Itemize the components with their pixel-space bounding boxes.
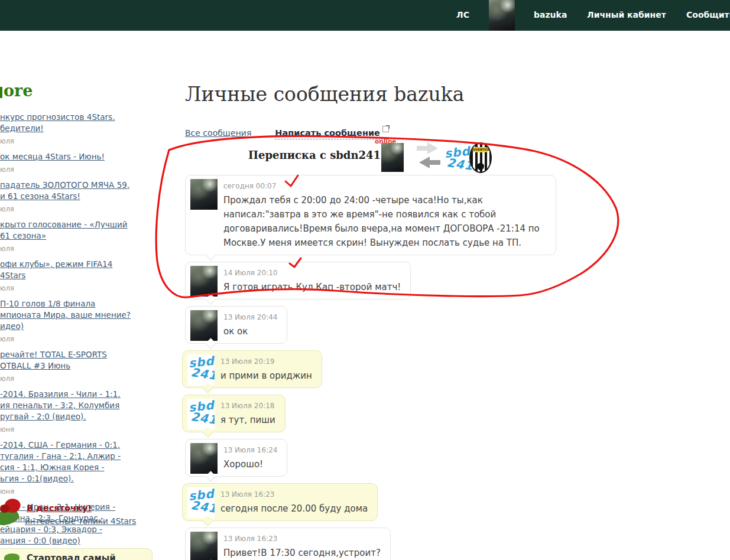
message-bubble: 13 Июля 16:24 Хорошо!	[185, 439, 287, 477]
news-sidebar: ore нкурс прогнозистов 4Stars. бедители!…	[0, 82, 153, 560]
top10-title-link[interactable]: В десяточку!	[27, 503, 92, 513]
message-time: 13 Июля 16:23	[220, 490, 368, 499]
message-avatar-sbdn241: sbdn 241	[187, 487, 215, 518]
message-avatar	[190, 532, 218, 560]
message-bubble: sbdn 241 13 Июля 16:23 сегодня после 20.…	[182, 483, 378, 521]
message-bubble: 14 Июля 20:10 Я готов играть Кул Кап -вт…	[185, 262, 411, 299]
nav-private-messages-link[interactable]: ЛС	[456, 10, 469, 19]
message-time: 13 Июля 20:44	[223, 313, 277, 321]
message-tabs: Все сообщенияНаписать сообщение	[185, 126, 389, 140]
message-bubble: sbdn 241 13 Июля 20:19 и прими в ориджин	[182, 350, 322, 388]
message-list: сегодня 00:07 Прождал тебя с 20:00 до 24…	[185, 175, 587, 560]
tab-compose-message[interactable]: Написать сообщение	[275, 128, 389, 139]
cut-letter-fragment	[0, 87, 2, 98]
news-link[interactable]: крыто голосование - «Лучший 61 сезона»	[0, 219, 153, 242]
news-date: юля	[0, 165, 153, 174]
news-date: юля	[0, 284, 153, 292]
exchange-arrows-icon	[414, 142, 443, 170]
page-title: Личные сообщения bazuka	[185, 83, 464, 106]
message-time: 13 Июля 20:18	[220, 402, 275, 410]
message-avatar	[190, 310, 218, 341]
news-link[interactable]: речайте! TOTAL E-SPORTS OTBALL #3 Июнь	[0, 349, 153, 372]
news-date: юля	[0, 137, 153, 145]
external-link-icon	[382, 126, 389, 132]
message-bubble: сегодня 00:07 Прождал тебя с 20:00 до 24…	[185, 175, 556, 255]
news-link[interactable]: ок месяца 4Stars - Июнь!	[0, 151, 153, 162]
conversation-title: Переписка с sbdn241	[248, 149, 381, 161]
message-text: Прождал тебя с 20:00 до 24:00 -четыре ча…	[223, 193, 546, 250]
message-text: ок ок	[223, 324, 277, 338]
message-text: я тут, пиши	[220, 413, 275, 427]
own-avatar[interactable]	[381, 143, 404, 172]
message-time: 13 Июля 16:24	[223, 446, 277, 454]
news-date: юля	[0, 335, 153, 343]
nav-user-avatar[interactable]	[489, 0, 515, 31]
message-avatar	[190, 443, 218, 474]
news-date: юня	[0, 487, 153, 496]
news-link[interactable]: нкурс прогнозистов 4Stars. бедители!	[0, 112, 153, 134]
nav-username-link[interactable]: bazuka	[534, 10, 567, 19]
message-text: Хорошо!	[223, 457, 277, 471]
sidebar-announcement-box[interactable]: Стартовал самый	[0, 548, 153, 560]
news-link[interactable]: офи клубы», режим FIFA14 4Stars	[0, 259, 153, 281]
rose-dart-icon	[0, 500, 24, 530]
top10-subtitle-link[interactable]: интересные топики 4Stars	[25, 516, 136, 526]
message-text: и прими в ориджин	[220, 369, 312, 383]
top-nav-bar: ЛС bazuka Личный кабинет Сообщить	[0, 0, 730, 31]
announcement-icon	[4, 554, 20, 560]
message-time: 13 Июля 20:19	[220, 357, 312, 366]
news-date: юля	[0, 375, 153, 383]
announcement-text: Стартовал самый	[27, 553, 116, 560]
message-bubble: sbdn 241 13 Июля 20:18 я тут, пиши	[182, 395, 285, 432]
message-avatar-sbdn241: sbdn 241	[187, 399, 215, 429]
message-time: сегодня 00:07	[223, 182, 546, 190]
juventus-badge-icon[interactable]: JUVENTUS	[469, 142, 492, 173]
sidebar-heading: ore	[0, 82, 153, 100]
message-text: Привет!В 17:30 сегодня,устроит?	[223, 546, 381, 560]
news-date: юня	[0, 425, 153, 434]
news-date: юля	[0, 245, 153, 253]
message-time: 14 Июля 20:10	[223, 269, 401, 277]
nav-cabinet-link[interactable]: Личный кабинет	[587, 10, 666, 19]
message-avatar-sbdn241: sbdn 241	[187, 354, 215, 385]
message-avatar	[190, 179, 218, 210]
message-avatar	[190, 266, 218, 297]
nav-messages-link[interactable]: Сообщить	[686, 10, 730, 19]
top10-block: В десяточку! интересные топики 4Stars	[0, 502, 153, 538]
page: { "colors":{ "header_bg":"#16352d", "ann…	[0, 0, 730, 560]
message-text: Я готов играть Кул Кап -второй матч!	[223, 280, 401, 294]
partner-avatar-sbdn241[interactable]: sbdn 241	[443, 145, 472, 172]
message-time: 13 Июля 16:23	[223, 535, 381, 543]
news-link[interactable]: -2014. США - Германия - 0:1, тугалия - Г…	[0, 439, 153, 484]
news-link[interactable]: П-10 голов 1/8 финала мпионата Мира, ваш…	[0, 298, 153, 332]
message-text: сегодня после 20.00 буду дома	[220, 502, 368, 516]
news-link[interactable]: падатель ЗОЛОТОГО МЯЧА 59, и 61 сезона 4…	[0, 180, 153, 202]
news-date: юля	[0, 205, 153, 213]
message-bubble: 13 Июля 16:23 Привет!В 17:30 сегодня,уст…	[185, 528, 391, 560]
news-link[interactable]: -2014. Бразилия - Чили - 1:1. ия пенальт…	[0, 389, 153, 422]
tab-all-messages[interactable]: Все сообщения	[185, 128, 251, 138]
message-bubble: 13 Июля 20:44 ок ок	[185, 306, 287, 344]
